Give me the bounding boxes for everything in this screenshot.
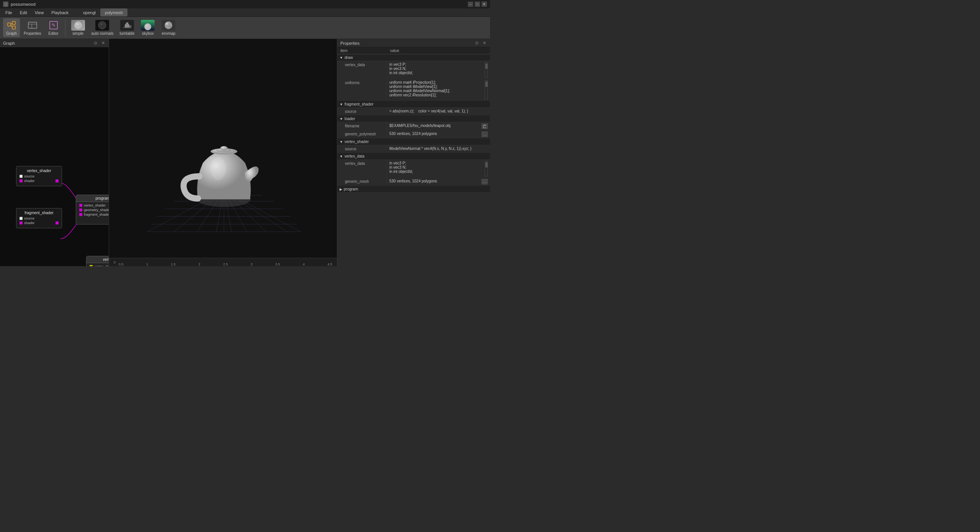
menu-view[interactable]: View [31, 10, 48, 16]
prop-header-item: item [340, 49, 390, 53]
prop-text-fs-source: = abs(norm.z); color = vec4(val, val, va… [389, 109, 488, 113]
viewport-scene [128, 121, 320, 255]
timeline-tick-15: 1.5 [171, 262, 176, 266]
toolbar-properties-label: Properties [24, 31, 41, 36]
port-fs-source: source [20, 216, 59, 220]
prop-key-loader-gpm: generic_polymesh [337, 130, 387, 138]
simple-label: simple [72, 31, 83, 36]
prop-section-vs-label: vertex_shader [345, 140, 369, 144]
graph-panel-header: Graph ⊙ ✕ [0, 39, 109, 47]
loader-gpm-more-button[interactable]: … [482, 132, 488, 137]
properties-panel-header: Properties ⊙ ✕ [337, 39, 490, 47]
toolbar-thumb-turntable[interactable]: turntable [117, 18, 137, 37]
svg-point-17 [144, 23, 151, 30]
toolbar-thumb-simple[interactable]: simple [69, 18, 88, 37]
prop-key-draw-uniforms: uniforms [337, 79, 387, 101]
prop-section-draw-label: draw [345, 55, 353, 60]
prop-text-draw-vertex-data: in vec3 P;in vec3 N;in int objectId; [389, 62, 484, 75]
toolbar-thumb-autonormals[interactable]: auto normals [89, 18, 116, 37]
port-label-vs-source: source [24, 174, 34, 178]
node-fragment-shader[interactable]: fragment_shader source shader [16, 208, 62, 228]
tab-opengl[interactable]: opengl [78, 8, 100, 16]
prop-scroll-draw-vertex-data[interactable] [485, 62, 488, 78]
prop-section-program[interactable]: ▶ program [337, 186, 490, 193]
loader-filename-file-button[interactable] [482, 124, 488, 129]
envmap-thumb [162, 20, 175, 31]
svg-point-10 [74, 21, 82, 29]
timeline-tick-2: 2 [198, 262, 200, 266]
prop-section-draw[interactable]: ▼ draw [337, 54, 490, 61]
prop-section-vertex-data[interactable]: ▼ vertex_data [337, 153, 490, 160]
titlebar: ◻ possumwood − □ ✕ [0, 0, 490, 8]
prop-scroll-vd[interactable] [485, 161, 488, 176]
graph-panel-title: Graph [3, 41, 90, 46]
prop-key-draw-vertex-data: vertex_data [337, 61, 387, 79]
prop-key-fs-source: source [337, 108, 387, 115]
editor-icon: ✎ [48, 20, 59, 31]
prop-section-loader-label: loader [345, 117, 355, 121]
menu-edit[interactable]: Edit [16, 10, 31, 16]
prop-value-draw-uniforms: uniform mat4 iProjection[1];uniform mat4… [387, 79, 490, 101]
prop-value-draw-vertex-data: in vec3 P;in vec3 N;in int objectId; [387, 61, 490, 79]
toolbar-editor[interactable]: ✎ Editor [45, 18, 62, 37]
maximize-button[interactable]: □ [475, 2, 480, 7]
viewport-content [109, 39, 337, 266]
port-label-prog-fs: fragment_shader [84, 213, 109, 216]
timeline-tick-05: 0.5 [119, 262, 124, 266]
prop-text-draw-uniforms: uniform mat4 iProjection[1];uniform mat4… [389, 80, 484, 97]
prop-section-loader[interactable]: ▼ loader [337, 116, 490, 122]
prop-scroll-draw-uniforms[interactable] [485, 80, 488, 99]
prop-value-loader-gpm: 530 vertices, 1024 polygons … [387, 130, 490, 138]
port-prog-gs: geometry_shader [79, 208, 109, 212]
port-dot-prog-vs [79, 204, 82, 207]
prop-table-header: item value [337, 47, 490, 54]
svg-point-20 [165, 23, 168, 25]
close-button[interactable]: ✕ [482, 2, 487, 7]
svg-rect-1 [12, 21, 15, 24]
toolbar-graph[interactable]: Graph [3, 18, 20, 37]
tab-polymesh[interactable]: polymesh [100, 8, 127, 16]
menu-playback[interactable]: Playback [47, 10, 72, 16]
properties-table: item value ▼ draw vertex_data in vec3 P;… [337, 47, 490, 266]
prop-value-vd-vertex-data: in vec3 P;in vec3 N;in int objectId; [387, 160, 490, 177]
prop-row-loader-filename: filename $EXAMPLES/fsu_models/teapot.obj [337, 122, 490, 130]
prop-section-fragment-shader[interactable]: ▼ fragment_shader [337, 101, 490, 108]
prop-key-vd-generic-mesh: generic_mesh [337, 178, 387, 185]
timeline-tick-1: 1 [146, 262, 148, 266]
port-dot-fs-source [20, 217, 23, 220]
connections-svg [0, 47, 109, 266]
menu-file[interactable]: File [2, 10, 16, 16]
prop-row-vd-vertex-data: vertex_data in vec3 P;in vec3 N;in int o… [337, 160, 490, 178]
properties-pin-button[interactable]: ⊙ [474, 41, 479, 46]
port-label-fs-source: source [24, 216, 34, 220]
graph-canvas[interactable]: vertex_shader source shader fragment_sha… [0, 47, 109, 266]
chevron-prog-icon: ▶ [340, 187, 342, 191]
svg-point-18 [146, 25, 148, 26]
prop-section-vertex-shader[interactable]: ▼ vertex_shader [337, 138, 490, 145]
viewport-panel[interactable]: 0 0.5 1 1.5 2 2.5 3 3.5 4 4.5 [109, 39, 337, 266]
port-dot-vs-shader [20, 179, 23, 182]
autonormals-thumb [95, 20, 109, 31]
timeline-tick-25: 2.5 [223, 262, 228, 266]
toolbar-properties[interactable]: Properties [21, 18, 44, 37]
timeline-tick-4: 4 [303, 262, 305, 266]
toolbar-graph-label: Graph [6, 31, 17, 36]
prop-text-vd-generic-mesh: 530 vertices, 1024 polygons [389, 179, 481, 183]
prop-row-draw-vertex-data: vertex_data in vec3 P;in vec3 N;in int o… [337, 61, 490, 79]
minimize-button[interactable]: − [468, 2, 473, 7]
node-program[interactable]: program vertex_shader geometry_shader fr… [76, 195, 109, 225]
svg-point-19 [165, 21, 172, 29]
vd-gm-more-button[interactable]: … [482, 179, 488, 184]
toolbar-thumb-envmap[interactable]: envmap [159, 18, 178, 37]
properties-close-button[interactable]: ✕ [482, 41, 487, 46]
node-vertex-data[interactable]: vertex_data vertex_data generic_mesh [86, 256, 109, 266]
svg-line-4 [11, 24, 12, 28]
prop-text-loader-filename: $EXAMPLES/fsu_models/teapot.obj [389, 124, 481, 128]
graph-close-button[interactable]: ✕ [100, 41, 106, 46]
graph-pin-button[interactable]: ⊙ [93, 41, 98, 46]
port-dot-vs-shader-out [56, 179, 59, 182]
turntable-label: turntable [119, 31, 134, 36]
node-vertex-shader[interactable]: vertex_shader source shader [16, 166, 62, 186]
toolbar-thumb-skybox[interactable]: skybox [138, 18, 157, 37]
toolbar: Graph Properties ✎ Editor [0, 17, 490, 39]
